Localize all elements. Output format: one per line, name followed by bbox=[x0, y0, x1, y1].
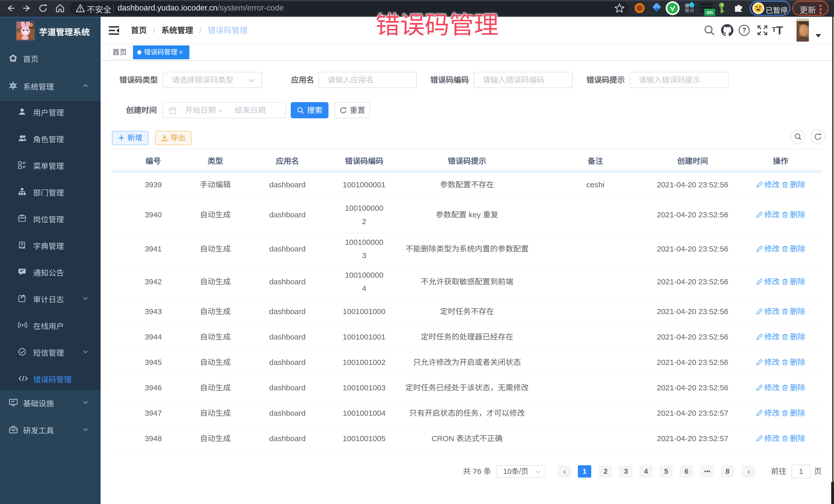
svg-text:?: ? bbox=[742, 26, 746, 34]
